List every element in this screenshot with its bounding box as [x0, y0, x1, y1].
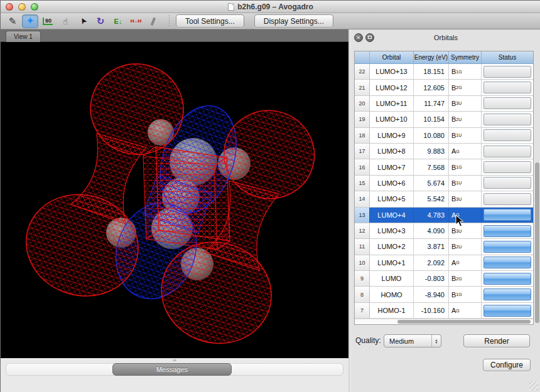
vertical-scrollbar[interactable]: [535, 51, 539, 325]
row-number-cell: 12: [355, 223, 370, 238]
close-window-button[interactable]: [6, 3, 13, 11]
symmetry-cell: B2U: [449, 239, 482, 254]
table-row[interactable]: 8HOMO-8.940B1G: [355, 287, 533, 302]
navigate-tool-button[interactable]: ✦: [22, 14, 38, 28]
orbitals-table: Orbital Energy (eV) Symmetry Status 22LU…: [354, 51, 534, 325]
header-symmetry[interactable]: Symmetry: [449, 51, 482, 63]
viewport-3d[interactable]: [1, 42, 348, 358]
horizontal-scrollbar-thumb[interactable]: [397, 320, 531, 324]
row-number-cell: 17: [355, 144, 370, 159]
orbital-cell: HOMO: [370, 287, 414, 302]
energy-cell: 10.080: [414, 128, 449, 143]
symmetry-cell: B2G: [449, 271, 482, 286]
orbital-cell: HOMO-1: [370, 303, 414, 318]
view-tab-bar: View 1: [1, 29, 348, 42]
status-cell: [482, 96, 533, 111]
bond-centric-tool-button[interactable]: 90: [40, 14, 56, 28]
status-progress-empty: [483, 193, 531, 205]
table-row[interactable]: 18LUMO+910.080B1U: [355, 128, 533, 144]
table-row[interactable]: 9LUMO-0.803B2G: [355, 271, 533, 287]
table-row[interactable]: 20LUMO+1111.747B3U: [355, 96, 533, 112]
zoom-window-button[interactable]: [31, 3, 38, 11]
orbital-cell: LUMO+1: [370, 255, 414, 270]
manipulate-tool-button[interactable]: ☝: [57, 14, 73, 28]
view-area: View 1: [1, 29, 348, 392]
status-progress-empty: [483, 129, 531, 141]
quality-label: Quality:: [355, 336, 381, 345]
status-cell: [482, 303, 533, 318]
mouse-cursor: [455, 215, 465, 227]
table-row[interactable]: 15LUMO+65.674B1U: [355, 176, 533, 191]
messages-button[interactable]: Messages: [112, 363, 232, 376]
auto-rotate-tool-button[interactable]: ↻: [92, 14, 109, 28]
table-row[interactable]: 19LUMO+1010.154B2U: [355, 112, 533, 127]
status-cell: [482, 287, 533, 302]
table-row[interactable]: 17LUMO+89.883AG: [355, 144, 533, 159]
status-cell: [482, 255, 533, 270]
status-progress-empty: [483, 177, 531, 189]
splitter-handle[interactable]: [173, 359, 176, 361]
vertical-scrollbar-thumb[interactable]: [535, 162, 539, 323]
display-settings-button[interactable]: Display Settings...: [254, 14, 333, 28]
table-row[interactable]: 11LUMO+23.871B2U: [355, 239, 533, 255]
table-row[interactable]: 14LUMO+55.542B3U: [355, 191, 533, 207]
table-row[interactable]: 16LUMO+77.568B1G: [355, 159, 533, 175]
tab-view-1[interactable]: View 1: [6, 31, 41, 42]
header-energy[interactable]: Energy (eV): [414, 51, 449, 63]
selection-tool-button[interactable]: ➤: [75, 14, 91, 28]
symmetry-cell: B2U: [449, 112, 482, 127]
optimize-icon: E↓: [114, 18, 122, 25]
row-number-cell: 20: [355, 96, 370, 111]
auto-optimize-tool-button[interactable]: E↓: [110, 14, 126, 28]
render-button[interactable]: Render: [463, 334, 530, 347]
energy-cell: -10.160: [414, 303, 449, 318]
symmetry-cell: B1G: [449, 287, 482, 302]
energy-cell: 12.605: [414, 80, 449, 95]
quality-select[interactable]: Medium ▲▼: [384, 334, 441, 347]
document-icon: [228, 3, 234, 11]
align-tool-button[interactable]: ∥: [145, 14, 161, 28]
status-cell: [482, 159, 533, 174]
rotate-icon: ↻: [97, 16, 105, 27]
orbital-cell: LUMO+5: [370, 191, 414, 206]
symmetry-cell: AG: [449, 144, 482, 159]
status-cell: [482, 271, 533, 286]
orbital-cell: LUMO+6: [370, 176, 414, 191]
tool-settings-button[interactable]: Tool Settings...: [176, 14, 244, 28]
energy-cell: -8.940: [414, 287, 449, 302]
orbital-cell: LUMO+8: [370, 144, 414, 159]
table-row[interactable]: 7HOMO-1-10.160AG: [355, 303, 533, 319]
status-cell: [482, 208, 533, 223]
status-progress-filled: [483, 289, 531, 300]
horizontal-scrollbar[interactable]: [355, 319, 533, 324]
orbital-cell: LUMO+10: [370, 112, 414, 127]
status-progress-empty: [483, 82, 531, 93]
cursor-arrow-icon: ➤: [77, 16, 89, 26]
title-bar[interactable]: b2h6.g09 – Avogadro: [1, 1, 540, 13]
status-progress-empty: [483, 161, 531, 173]
table-row[interactable]: 21LUMO+1212.605B2G: [355, 80, 533, 95]
minimize-window-button[interactable]: [18, 3, 26, 11]
avogadro-window: b2h6.g09 – Avogadro ✎ ✦ 90 ☝ ➤ ↻ E↓ H↔H …: [0, 0, 540, 392]
header-orbital[interactable]: Orbital: [370, 51, 414, 63]
messages-strip: Messages: [1, 358, 348, 392]
orbitals-panel-header: × Orbitals: [351, 29, 540, 47]
measure-tool-button[interactable]: H↔H: [127, 14, 144, 28]
row-number-cell: 7: [355, 303, 370, 318]
table-row[interactable]: 10LUMO+12.092AG: [355, 255, 533, 271]
table-row[interactable]: 22LUMO+1318.151B1G: [355, 64, 533, 80]
draw-tool-button[interactable]: ✎: [4, 14, 21, 28]
symmetry-cell: B3U: [449, 223, 482, 238]
row-number-cell: 8: [355, 287, 370, 302]
status-cell: [482, 112, 533, 127]
configure-button[interactable]: Configure: [483, 359, 531, 371]
table-row[interactable]: 13LUMO+44.783AG: [355, 208, 533, 223]
symmetry-cell: B2G: [449, 80, 482, 95]
status-cell: [482, 80, 533, 95]
symmetry-cell: B3U: [449, 96, 482, 111]
header-status[interactable]: Status: [482, 51, 533, 63]
orbital-cell: LUMO: [370, 271, 414, 286]
table-row[interactable]: 12LUMO+34.090B3U: [355, 223, 533, 239]
resize-grip[interactable]: [529, 381, 538, 390]
orbital-cell: LUMO+3: [370, 223, 414, 238]
